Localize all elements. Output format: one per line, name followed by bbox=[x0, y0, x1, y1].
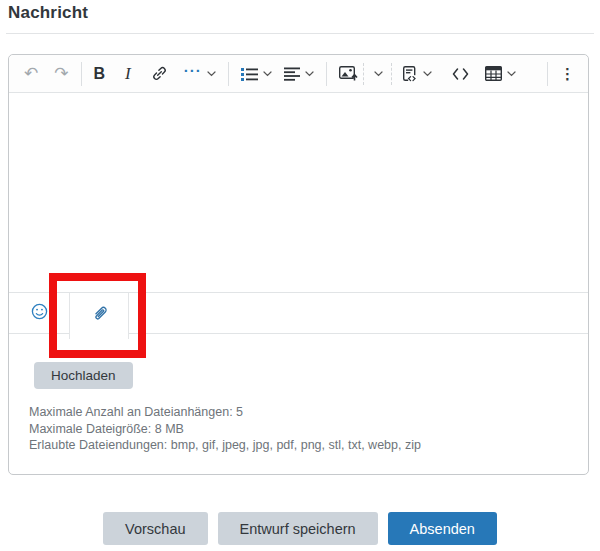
page-title: Nachricht bbox=[8, 3, 88, 23]
code-block-icon bbox=[400, 65, 418, 83]
max-filesize-text: Maximale Dateigröße: 8 MB bbox=[29, 421, 568, 438]
upload-button[interactable]: Hochladen bbox=[34, 362, 133, 389]
allowed-extensions-text: Erlaubte Dateiendungen: bmp, gif, jpeg, … bbox=[29, 437, 568, 454]
redo-icon: ↷ bbox=[54, 65, 68, 82]
toolbar-separator bbox=[81, 62, 82, 86]
image-upload-icon bbox=[339, 65, 358, 82]
chevron-down-icon bbox=[207, 71, 216, 77]
overflow-menu-icon: ⋮ bbox=[560, 66, 575, 81]
submit-button[interactable]: Absenden bbox=[388, 512, 497, 545]
tab-attachments[interactable] bbox=[69, 293, 129, 339]
message-editor: ↶ ↷ B I ··· bbox=[8, 54, 589, 475]
italic-button[interactable]: I bbox=[122, 60, 134, 88]
dashed-separator bbox=[391, 63, 392, 85]
redo-button[interactable]: ↷ bbox=[51, 60, 71, 88]
inline-code-icon bbox=[452, 68, 469, 80]
alignment-icon bbox=[284, 67, 300, 81]
inline-code-button[interactable] bbox=[449, 60, 472, 88]
bold-icon: B bbox=[94, 65, 106, 83]
list-dropdown[interactable] bbox=[238, 60, 275, 88]
table-icon bbox=[485, 66, 502, 81]
undo-button[interactable]: ↶ bbox=[21, 60, 41, 88]
chevron-down-icon bbox=[374, 71, 383, 77]
link-icon bbox=[151, 65, 168, 82]
editor-toolbar: ↶ ↷ B I ··· bbox=[9, 55, 588, 93]
paperclip-icon bbox=[92, 304, 107, 323]
toolbar-separator bbox=[228, 62, 229, 86]
code-block-dropdown[interactable] bbox=[397, 60, 435, 88]
max-attachments-text: Maximale Anzahl an Dateianhängen: 5 bbox=[29, 404, 568, 421]
undo-icon: ↶ bbox=[24, 65, 38, 82]
italic-icon: I bbox=[125, 64, 131, 84]
message-compose-page: Nachricht ↶ ↷ B I bbox=[0, 0, 600, 551]
toolbar-separator bbox=[547, 62, 548, 86]
preview-button[interactable]: Vorschau bbox=[103, 512, 207, 545]
tab-smilies[interactable] bbox=[9, 293, 69, 333]
chevron-down-icon bbox=[305, 71, 314, 77]
attachment-rules: Maximale Anzahl an Dateianhängen: 5 Maxi… bbox=[29, 404, 568, 454]
image-upload-dropdown[interactable] bbox=[336, 60, 386, 88]
link-button[interactable] bbox=[148, 60, 171, 88]
save-draft-button[interactable]: Entwurf speichern bbox=[218, 512, 378, 545]
more-formatting-dropdown[interactable]: ··· bbox=[181, 60, 219, 88]
bulleted-list-icon bbox=[241, 67, 258, 81]
bold-button[interactable]: B bbox=[91, 60, 109, 88]
smiley-icon bbox=[31, 303, 48, 323]
editor-tab-bar bbox=[9, 292, 588, 334]
toolbar-separator bbox=[326, 62, 327, 86]
attachments-panel: Hochladen Maximale Anzahl an Dateianhäng… bbox=[9, 334, 588, 454]
table-dropdown[interactable] bbox=[482, 60, 519, 88]
form-actions: Vorschau Entwurf speichern Absenden bbox=[0, 512, 600, 545]
toolbar-overflow-menu[interactable]: ⋮ bbox=[557, 60, 578, 88]
dashed-separator bbox=[363, 63, 364, 85]
chevron-down-icon bbox=[507, 71, 516, 77]
more-formatting-icon: ··· bbox=[184, 63, 202, 84]
title-divider bbox=[6, 33, 594, 34]
editor-content-area[interactable] bbox=[9, 93, 588, 292]
alignment-dropdown[interactable] bbox=[281, 60, 317, 88]
chevron-down-icon bbox=[263, 71, 272, 77]
chevron-down-icon bbox=[423, 71, 432, 77]
